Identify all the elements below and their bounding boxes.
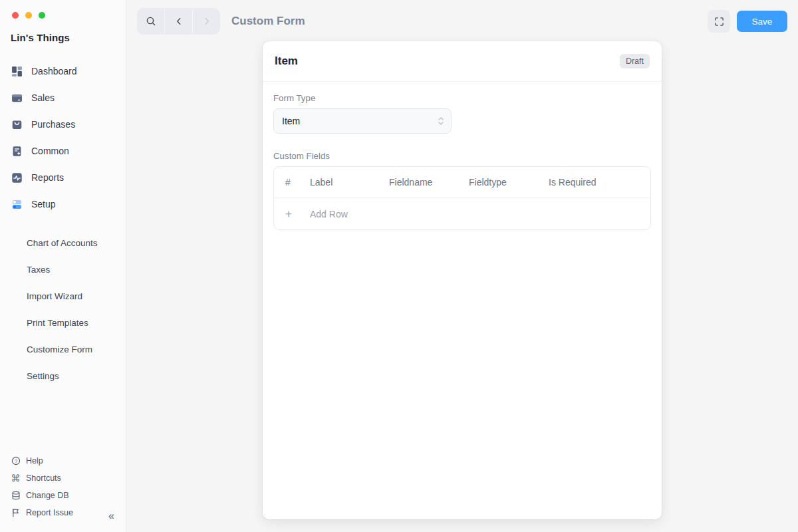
topbar-actions: Save — [708, 10, 787, 33]
column-header-index: # — [285, 177, 310, 188]
fullscreen-icon — [714, 17, 724, 27]
minimize-window-button[interactable] — [25, 12, 32, 19]
sidebar-item-label: Sales — [31, 92, 55, 103]
search-button[interactable] — [137, 8, 164, 35]
chevron-right-icon — [202, 17, 211, 26]
database-icon — [11, 491, 21, 501]
sidebar-item-label: Setup — [31, 199, 56, 209]
activity-icon — [11, 172, 23, 184]
back-button[interactable] — [165, 8, 192, 35]
sidebar-item-customize-form[interactable]: Customize Form — [0, 336, 126, 362]
sidebar-item-reports[interactable]: Reports — [0, 164, 126, 191]
maximize-window-button[interactable] — [39, 12, 45, 19]
command-icon: ⌘ — [11, 473, 21, 483]
dashboard-icon — [11, 66, 23, 77]
main-area: Custom Form Save Ite — [126, 0, 798, 532]
column-header-label: Label — [310, 177, 389, 188]
table-header-row: # Label Fieldname Fieldtype Is Required — [274, 167, 650, 198]
flag-icon — [11, 508, 21, 518]
sidebar-item-taxes[interactable]: Taxes — [0, 256, 126, 283]
card-header: Item Draft — [263, 41, 662, 82]
shopping-bag-icon — [11, 119, 23, 130]
foot-item-label: Change DB — [26, 491, 69, 500]
sub-item-label: Print Templates — [27, 318, 88, 328]
sidebar-item-label: Dashboard — [31, 66, 77, 76]
credit-card-icon — [11, 92, 23, 104]
form-type-label: Form Type — [273, 93, 651, 103]
sidebar-item-setup[interactable]: Setup — [0, 191, 126, 217]
sidebar-item-purchases[interactable]: Purchases — [0, 111, 126, 138]
card-title: Item — [275, 55, 298, 68]
setup-toggles-icon — [11, 199, 23, 210]
add-row-button[interactable]: + Add Row — [274, 198, 650, 229]
document-icon — [11, 146, 23, 157]
sidebar-item-dashboard[interactable]: Dashboard — [0, 58, 126, 84]
topbar: Custom Form Save — [126, 0, 798, 43]
help-circle-icon: ? — [11, 456, 21, 466]
sub-item-label: Customize Form — [27, 344, 92, 354]
sidebar-item-label: Reports — [31, 172, 64, 183]
close-window-button[interactable] — [12, 12, 19, 19]
card-body: Form Type Item Custom Fields # — [263, 82, 662, 241]
sidebar: Lin's Things Dashboard — [0, 0, 126, 532]
custom-fields-label: Custom Fields — [273, 151, 651, 161]
sidebar-footer: ? Help ⌘ Shortcuts Change DB — [0, 452, 126, 523]
sidebar-item-label: Common — [31, 146, 69, 156]
custom-fields-table: # Label Fieldname Fieldtype Is Required … — [273, 166, 651, 230]
column-header-fieldtype: Fieldtype — [469, 177, 549, 188]
app-window: Lin's Things Dashboard — [0, 0, 798, 532]
setup-sub-list: Chart of Accounts Taxes Import Wizard Pr… — [0, 229, 126, 389]
sidebar-item-import-wizard[interactable]: Import Wizard — [0, 283, 126, 309]
nav-button-group — [137, 8, 220, 35]
sidebar-item-sales[interactable]: Sales — [0, 84, 126, 111]
chevron-left-icon — [174, 17, 184, 26]
column-header-fieldname: Fieldname — [389, 177, 469, 188]
svg-text:?: ? — [14, 458, 17, 464]
form-type-value: Item — [282, 116, 300, 126]
status-badge: Draft — [620, 54, 650, 68]
sidebar-item-chart-of-accounts[interactable]: Chart of Accounts — [0, 229, 126, 256]
sub-item-label: Taxes — [27, 265, 50, 275]
foot-item-label: Help — [26, 456, 43, 466]
sidebar-item-common[interactable]: Common — [0, 138, 126, 164]
foot-item-label: Report Issue — [26, 508, 73, 517]
form-card: Item Draft Form Type Item Custom Fields — [263, 41, 662, 519]
search-icon — [146, 16, 156, 27]
sub-item-label: Import Wizard — [27, 291, 82, 301]
window-controls — [0, 12, 126, 19]
help-button[interactable]: ? Help — [0, 452, 126, 469]
sub-item-label: Settings — [27, 371, 59, 381]
plus-icon: + — [285, 208, 310, 219]
sidebar-item-print-templates[interactable]: Print Templates — [0, 309, 126, 336]
page-title: Custom Form — [231, 15, 305, 28]
column-header-is-required: Is Required — [549, 177, 639, 188]
select-chevrons-icon — [438, 116, 444, 126]
sidebar-nav: Dashboard Sales — [0, 58, 126, 389]
sub-item-label: Chart of Accounts — [27, 238, 98, 248]
report-issue-button[interactable]: Report Issue — [0, 504, 126, 521]
add-row-label: Add Row — [310, 209, 389, 219]
forward-button[interactable] — [193, 8, 220, 35]
form-type-select[interactable]: Item — [273, 108, 452, 134]
company-title: Lin's Things — [0, 32, 126, 43]
change-db-button[interactable]: Change DB — [0, 487, 126, 504]
fullscreen-button[interactable] — [708, 10, 730, 33]
collapse-sidebar-button[interactable]: « — [108, 511, 114, 521]
shortcuts-button[interactable]: ⌘ Shortcuts — [0, 469, 126, 487]
sidebar-item-label: Purchases — [31, 119, 75, 130]
sidebar-item-settings[interactable]: Settings — [0, 362, 126, 389]
save-button[interactable]: Save — [737, 11, 787, 32]
foot-item-label: Shortcuts — [26, 473, 61, 483]
